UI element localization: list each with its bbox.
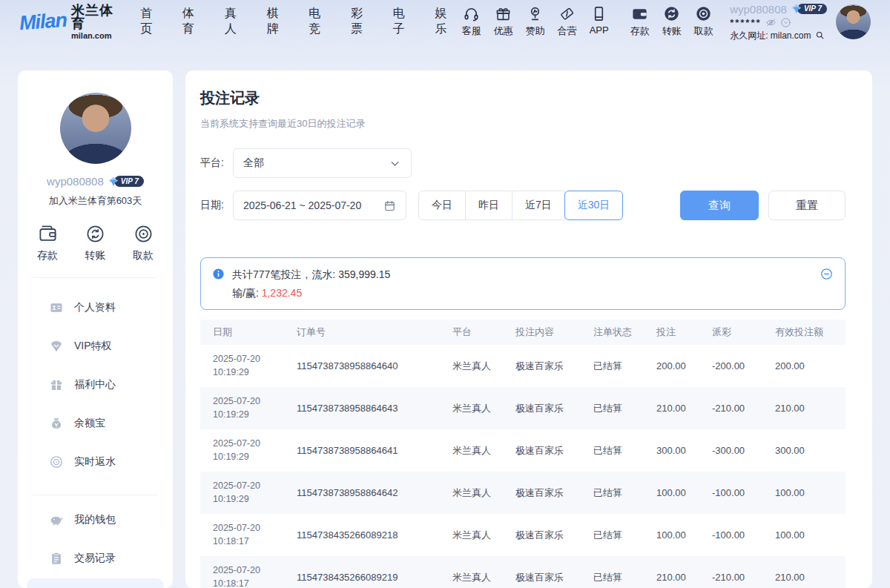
user-name-row[interactable]: wyp080808 VIP 7 xyxy=(730,3,827,15)
calendar-icon xyxy=(383,199,396,212)
chevron-circle-icon[interactable] xyxy=(780,17,791,28)
piggy-bank-icon xyxy=(49,512,64,527)
nav-link[interactable]: 棋牌 xyxy=(266,6,287,37)
bet-records-table: 日期订单号平台投注内容注单状态投注派彩有效投注额 2025-07-2010:19… xyxy=(200,320,846,588)
date-range-preset[interactable]: 今日 xyxy=(418,191,466,220)
gift-menu-icon xyxy=(49,377,64,392)
sidebar-item[interactable]: 实时返水 xyxy=(27,443,164,480)
cell-bet: 100.00 xyxy=(644,529,699,541)
navbar-right: 客服优惠赞助合营APP 存款转账取款 wyp080808 VIP 7 *****… xyxy=(455,3,871,40)
cell-content: 极速百家乐 xyxy=(503,571,581,584)
date-label: 日期: xyxy=(200,199,233,212)
magnifier-icon[interactable] xyxy=(815,30,825,40)
navbar-icon-item[interactable]: 客服 xyxy=(455,5,487,38)
summary-turnover-value: 359,999.15 xyxy=(338,268,390,280)
time-value: 10:19:29 xyxy=(213,366,284,380)
cell-bet: 100.00 xyxy=(644,487,699,498)
logo-domain: milan.com xyxy=(71,32,119,40)
sidebar-menu: 个人资料VIP特权福利中心余额宝实时返水我的钱包交易记录投注记录 xyxy=(18,284,173,588)
nav-link[interactable]: 真人 xyxy=(225,6,245,37)
date-value: 2025-07-20 xyxy=(213,564,284,578)
cell-valid: 300.00 xyxy=(762,445,846,456)
sidebar-item[interactable]: 余额宝 xyxy=(27,405,164,441)
eye-off-icon[interactable] xyxy=(765,17,777,28)
nav-link[interactable]: 电竞 xyxy=(309,6,329,37)
date-range-preset[interactable]: 近7日 xyxy=(512,191,565,220)
quick-action-label: 存款 xyxy=(37,249,58,262)
cell-date: 2025-07-2010:19:29 xyxy=(200,437,284,463)
time-value: 10:19:29 xyxy=(213,409,284,422)
logo[interactable]: Milan 米兰体育 milan.com xyxy=(19,4,119,40)
table-body: 2025-07-2010:19:291154738738958864640米兰真… xyxy=(200,345,846,588)
navbar-icon-item[interactable]: APP xyxy=(583,5,615,38)
clipboard-icon xyxy=(49,551,64,566)
cell-platform: 米兰真人 xyxy=(440,402,503,415)
table-row: 2025-07-2010:19:291154738738958864640米兰真… xyxy=(200,345,846,387)
main-nav: 首页体育真人棋牌电竞彩票电子娱乐 xyxy=(140,6,455,37)
masked-balance: ****** xyxy=(730,18,761,27)
profile-name-row: wyp080808 VIP 7 xyxy=(18,175,173,188)
sidebar-item[interactable]: 福利中心 xyxy=(27,366,164,403)
vip-diamond-icon xyxy=(108,176,119,188)
sidebar-item-label: 交易记录 xyxy=(74,552,116,565)
nav-link[interactable]: 体育 xyxy=(182,6,203,37)
cell-payout: -100.00 xyxy=(699,529,762,541)
sidebar-item[interactable]: 交易记录 xyxy=(27,540,164,576)
sidebar-item[interactable]: 个人资料 xyxy=(27,289,164,326)
search-button[interactable]: 查询 xyxy=(680,191,759,220)
main-content: 投注记录 当前系统支持查询最近30日的投注记录 平台: 全部 日期: 2025-… xyxy=(185,70,872,588)
collapse-icon[interactable] xyxy=(820,267,834,281)
permanent-url[interactable]: 永久网址: milan.com xyxy=(730,31,811,40)
table-row: 2025-07-2010:19:291154738738958864642米兰真… xyxy=(200,472,846,514)
cell-order: 1154738738958864642 xyxy=(284,487,440,498)
cell-platform: 米兰真人 xyxy=(440,486,503,500)
navbar-icon-label: 存款 xyxy=(630,24,650,38)
platform-select[interactable]: 全部 xyxy=(233,148,412,178)
phone-icon xyxy=(590,5,607,22)
cell-payout: -210.00 xyxy=(699,572,762,583)
cell-date: 2025-07-2010:18:17 xyxy=(200,564,284,588)
cell-platform: 米兰真人 xyxy=(440,571,503,584)
nav-link[interactable]: 彩票 xyxy=(351,6,372,37)
table-row: 2025-07-2010:19:291154738738958864643米兰真… xyxy=(200,387,846,429)
nav-link[interactable]: 首页 xyxy=(140,6,161,37)
sidebar-item[interactable]: 我的钱包 xyxy=(27,501,164,538)
page-title: 投注记录 xyxy=(200,88,846,108)
date-range-preset[interactable]: 昨日 xyxy=(465,191,512,220)
navbar-icon-item[interactable]: 存款 xyxy=(624,5,656,38)
sidebar-item[interactable]: VIP特权 xyxy=(27,328,164,364)
summary-text: 共计777笔投注，流水: 359,999.15 输/赢: 1,232.45 xyxy=(232,267,390,300)
avatar[interactable] xyxy=(836,4,871,39)
navbar-icon-label: 赞助 xyxy=(526,24,545,38)
table-row: 2025-07-2010:18:171154738435266089218米兰真… xyxy=(200,514,846,556)
sidebar-quick-action[interactable]: 取款 xyxy=(133,224,154,262)
sidebar-item-label: 福利中心 xyxy=(74,378,116,392)
navbar-wallet-actions: 存款转账取款 xyxy=(624,5,719,38)
cell-date: 2025-07-2010:19:29 xyxy=(200,480,284,506)
nav-link[interactable]: 电子 xyxy=(393,6,414,37)
sidebar-item-label: 我的钱包 xyxy=(74,513,116,526)
reset-button[interactable]: 重置 xyxy=(768,191,846,220)
date-value: 2025-07-20 xyxy=(213,437,284,451)
top-navbar: Milan 米兰体育 milan.com 首页体育真人棋牌电竞彩票电子娱乐 客服… xyxy=(0,0,890,43)
navbar-icon-item[interactable]: 转账 xyxy=(656,5,688,38)
cell-bet: 300.00 xyxy=(644,445,699,456)
date-range-input[interactable]: 2025-06-21 ~ 2025-07-20 xyxy=(233,191,406,220)
time-value: 10:18:17 xyxy=(213,578,284,588)
username: wyp080808 xyxy=(730,4,787,15)
transfer-icon xyxy=(663,5,680,22)
sidebar-quick-action[interactable]: 转账 xyxy=(85,224,106,262)
navbar-icon-item[interactable]: 优惠 xyxy=(487,5,519,38)
navbar-icon-label: 优惠 xyxy=(494,24,513,38)
date-range-preset[interactable]: 近30日 xyxy=(564,191,624,220)
sidebar-item[interactable]: 投注记录 xyxy=(27,578,164,588)
cell-payout: -210.00 xyxy=(699,403,762,414)
nav-link[interactable]: 娱乐 xyxy=(435,6,455,37)
divider xyxy=(33,495,158,495)
withdraw-icon xyxy=(695,5,712,22)
sidebar-quick-action[interactable]: 存款 xyxy=(37,224,58,262)
navbar-icon-item[interactable]: 赞助 xyxy=(519,5,551,38)
summary-banner: 共计777笔投注，流水: 359,999.15 输/赢: 1,232.45 xyxy=(200,257,846,310)
navbar-icon-item[interactable]: 取款 xyxy=(688,5,719,38)
navbar-icon-item[interactable]: 合营 xyxy=(551,5,583,38)
